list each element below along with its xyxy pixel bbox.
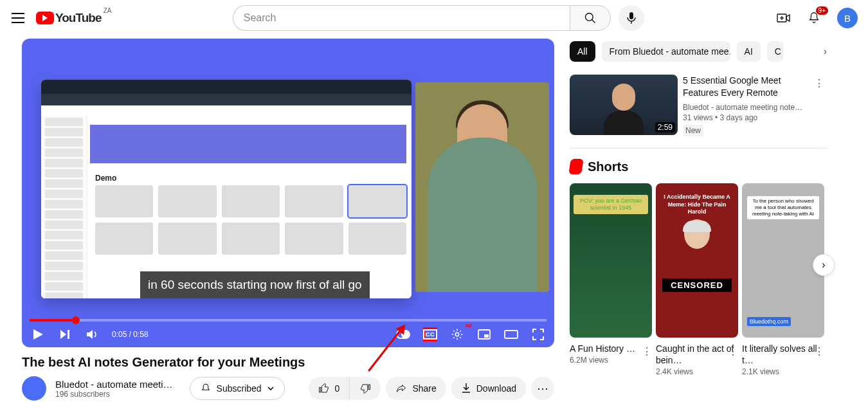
account-avatar[interactable]: B <box>837 8 858 28</box>
next-button[interactable] <box>58 327 72 341</box>
search-button[interactable] <box>570 5 611 31</box>
share-button[interactable]: Share <box>386 377 446 400</box>
shorts-next-button[interactable]: › <box>813 254 835 276</box>
mic-icon <box>626 12 637 24</box>
search-box: Search <box>233 5 611 31</box>
bell-icon <box>200 383 212 394</box>
rec-title: 5 Essential Google Meet Features Every R… <box>683 75 806 100</box>
short-views: 6.2M views <box>570 356 652 365</box>
demo-label: Demo <box>95 174 116 183</box>
settings-button[interactable] <box>450 327 464 341</box>
short-views: 2.4K views <box>656 367 738 376</box>
notifications-button[interactable]: 9+ <box>806 10 822 26</box>
download-button[interactable]: Download <box>451 377 526 400</box>
volume-button[interactable] <box>85 327 99 341</box>
short-title: Caught in the act of bein… <box>656 343 738 366</box>
notif-badge: 9+ <box>816 6 828 15</box>
voice-search-button[interactable] <box>619 5 644 31</box>
closed-caption-text: in 60 seconds starting now first of all … <box>140 271 370 298</box>
theater-button[interactable] <box>504 327 518 341</box>
short-views: 2.1K views <box>742 367 824 376</box>
chips-next[interactable]: › <box>824 46 827 57</box>
short-title: A Fun History … <box>570 343 652 354</box>
channel-avatar[interactable] <box>22 376 46 401</box>
new-badge: New <box>683 125 703 136</box>
share-icon <box>395 383 407 394</box>
short-more-button[interactable]: ⋮ <box>728 345 738 358</box>
download-icon <box>461 383 471 394</box>
svg-marker-10 <box>87 330 93 339</box>
brand-text: YouTube <box>55 11 101 25</box>
rec-meta: 31 views • 3 days ago <box>683 113 806 122</box>
create-button[interactable] <box>775 10 791 26</box>
recommendation-item[interactable]: 5 Essential Google Meet Features Every R… <box>570 75 827 149</box>
chevron-down-icon <box>267 385 275 392</box>
menu-icon[interactable] <box>10 10 26 26</box>
shorts-icon <box>568 159 583 174</box>
svg-point-0 <box>585 14 593 21</box>
create-icon <box>775 10 791 26</box>
chip-more[interactable]: C <box>767 41 784 62</box>
svg-rect-9 <box>68 330 69 339</box>
shorts-header: Shorts <box>570 159 827 174</box>
shorts-label: Shorts <box>588 159 628 174</box>
time-display: 0:05 / 0:58 <box>112 330 149 339</box>
dislike-button[interactable] <box>350 377 381 400</box>
svg-rect-13 <box>484 334 489 338</box>
rec-thumbnail[interactable] <box>570 75 678 135</box>
thumb-up-icon <box>318 383 330 394</box>
play-button[interactable] <box>31 327 45 341</box>
search-icon <box>584 12 597 24</box>
video-title: The best AI notes Generator for your Mee… <box>22 355 554 370</box>
chip-from-channel[interactable]: From Bluedot - automate mee… <box>602 41 730 62</box>
subscribed-button[interactable]: Subscribed <box>190 377 285 400</box>
chip-all[interactable]: All <box>570 41 595 62</box>
player-controls: 0:05 / 0:58 CC <box>22 322 554 347</box>
filter-chips: All From Bluedot - automate mee… AI C › <box>570 41 827 62</box>
youtube-logo[interactable]: YouTube ZA <box>36 11 101 25</box>
video-player[interactable]: Demo in 60 seconds starting now first of… <box>22 39 554 347</box>
svg-line-1 <box>592 20 595 23</box>
chip-ai[interactable]: AI <box>737 41 761 62</box>
svg-point-11 <box>455 332 458 336</box>
fullscreen-button[interactable] <box>531 327 545 341</box>
rec-channel[interactable]: Bluedot - automate meeting notes w… <box>683 103 805 112</box>
like-button[interactable]: 0 <box>309 377 350 400</box>
thumb-down-icon <box>359 383 371 394</box>
subscriber-count: 196 subscribers <box>55 390 173 399</box>
country-code: ZA <box>104 7 112 14</box>
svg-rect-2 <box>629 12 633 19</box>
svg-rect-14 <box>505 331 518 338</box>
short-item[interactable]: I Accidentally Became A Meme: Hide The P… <box>656 183 738 376</box>
svg-marker-8 <box>60 330 66 339</box>
gear-icon <box>451 328 464 341</box>
header: YouTube ZA Search 9+ B <box>0 0 868 36</box>
short-item[interactable]: POV: you are a German scientist in 1945 … <box>570 183 652 376</box>
short-title: It literally solves all t… <box>742 343 824 366</box>
short-more-button[interactable]: ⋮ <box>814 345 824 358</box>
more-actions-button[interactable]: ⋯ <box>531 377 554 400</box>
video-content-app: Demo <box>41 80 411 298</box>
short-more-button[interactable]: ⋮ <box>642 345 652 358</box>
captions-button[interactable]: CC <box>423 327 437 341</box>
search-input[interactable]: Search <box>233 5 570 31</box>
miniplayer-button[interactable] <box>477 327 491 341</box>
short-item[interactable]: To the person who showed me a tool that … <box>742 183 824 376</box>
channel-name[interactable]: Bluedot - automate meeti… <box>55 379 173 390</box>
svg-marker-7 <box>33 329 43 340</box>
rec-more-button[interactable]: ⋮ <box>811 75 827 136</box>
video-content-presenter <box>415 82 549 292</box>
